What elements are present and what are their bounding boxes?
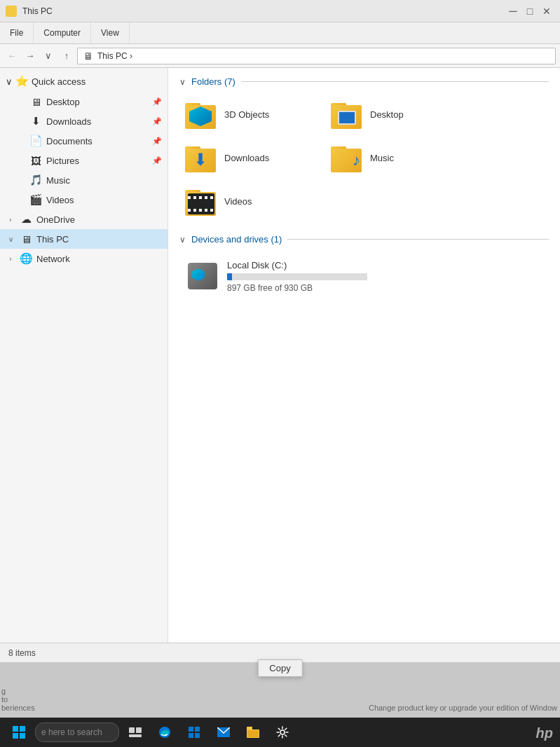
folder-videos-label: Videos [224, 196, 252, 207]
drive-name: Local Disk (C:) [227, 260, 367, 270]
music-icon: 🎵 [29, 174, 42, 186]
sidebar-downloads-label: Downloads [46, 116, 148, 127]
desktop-overlay-icon [338, 111, 356, 125]
downloads-sidebar-icon: ⬇ [29, 115, 42, 128]
drive-bar-fill [227, 273, 232, 280]
tab-file[interactable]: File [0, 22, 34, 43]
mail-button[interactable] [210, 720, 237, 744]
svg-rect-15 [247, 730, 259, 737]
folder-body [331, 105, 362, 129]
tab-computer[interactable]: Computer [34, 22, 91, 43]
main-layout: ∨ ⭐ Quick access 🖥 Desktop 📌 ⬇ Downloads… [0, 68, 560, 643]
drive-bar-container [227, 273, 367, 280]
task-view-button[interactable] [122, 720, 149, 744]
sidebar-pictures-label: Pictures [46, 156, 148, 166]
sidebar-item-thispc[interactable]: ∨ 🖥 This PC [0, 229, 168, 249]
folder-item-desktop[interactable]: Desktop [325, 95, 465, 133]
video-overlay-icon [188, 193, 214, 214]
folder-downloads-icon: ⬇ [185, 143, 219, 172]
address-path-icon: 🖥 [83, 50, 93, 62]
folder-videos-icon [185, 186, 219, 216]
svg-rect-4 [129, 727, 135, 733]
sidebar-item-network[interactable]: › 🌐 Network [0, 249, 168, 268]
sidebar-item-videos[interactable]: 🎬 Videos [0, 190, 168, 210]
svg-rect-3 [20, 733, 25, 739]
folders-section-header: ∨ Folders (7) [179, 76, 549, 87]
svg-rect-2 [13, 733, 18, 739]
pin-icon: 📌 [152, 97, 162, 107]
taskbar-search[interactable]: e here to search [35, 722, 119, 742]
edge-button[interactable] [151, 720, 178, 744]
sidebar-music-label: Music [46, 175, 162, 186]
expand-chevron-icon: › [6, 255, 15, 263]
network-icon: 🌐 [20, 252, 32, 265]
folder-desktop-label: Desktop [370, 109, 404, 120]
hp-logo: hp [536, 725, 553, 741]
address-path[interactable]: 🖥 This PC › [77, 48, 556, 64]
music-overlay-icon: ♪ [353, 151, 360, 170]
settings-taskbar-button[interactable] [269, 720, 296, 744]
drives-section-header: ∨ Devices and drives (1) [179, 234, 549, 245]
address-path-text: This PC › [97, 51, 132, 61]
sidebar-item-music[interactable]: 🎵 Music [0, 170, 168, 190]
start-button[interactable] [6, 720, 32, 744]
folders-section-line [241, 81, 549, 82]
hdd-body [188, 263, 217, 289]
folder-body: ⬇ [185, 149, 216, 172]
bottom-left-text: g to beriences [1, 687, 35, 712]
maximize-button[interactable]: □ [522, 4, 538, 19]
svg-rect-9 [195, 727, 200, 732]
ribbon-tabs: File Computer View [0, 22, 560, 43]
folder-music-label: Music [370, 153, 394, 163]
forward-button[interactable]: → [22, 48, 38, 64]
drive-space: 897 GB free of 930 GB [227, 283, 367, 293]
activate-watermark: Change product key or upgrade your editi… [369, 704, 560, 712]
sidebar-item-desktop[interactable]: 🖥 Desktop 📌 [0, 92, 168, 111]
drive-item-c[interactable]: Local Disk (C:) 897 GB free of 930 GB [179, 253, 376, 299]
sidebar-item-documents[interactable]: 📄 Documents 📌 [0, 131, 168, 151]
title-bar: This PC ─ □ ✕ [0, 0, 560, 22]
file-explorer-taskbar-button[interactable] [240, 720, 266, 744]
item-count: 8 items [8, 648, 36, 658]
folder-item-music[interactable]: ♪ Music [325, 139, 465, 177]
content-area: ∨ Folders (7) 3D Objects [168, 68, 560, 643]
sidebar-item-pictures[interactable]: 🖼 Pictures 📌 [0, 151, 168, 170]
recent-button[interactable]: ∨ [41, 48, 56, 64]
sidebar-videos-label: Videos [46, 195, 162, 205]
bottom-text-to: to [1, 695, 35, 704]
documents-icon: 📄 [29, 135, 42, 147]
3d-overlay-icon [189, 107, 212, 126]
pin-icon: 📌 [152, 156, 162, 165]
folder-item-3d-objects[interactable]: 3D Objects [179, 95, 320, 133]
folder-body: ♪ [331, 149, 362, 172]
download-overlay-icon: ⬇ [191, 150, 210, 170]
folder-3d-label: 3D Objects [224, 109, 269, 120]
sidebar-desktop-label: Desktop [46, 97, 148, 107]
bottom-text-g: g [1, 687, 35, 695]
svg-rect-11 [195, 733, 200, 738]
drives-section-line [287, 239, 549, 240]
folder-desktop-icon [331, 100, 364, 129]
tab-view[interactable]: View [91, 22, 130, 43]
copy-tooltip: Copy [257, 659, 302, 677]
videos-icon: 🎬 [29, 193, 42, 206]
watermark-text: Change product key or upgrade your editi… [369, 704, 557, 712]
title-bar-icons [6, 6, 17, 17]
expand-chevron-icon: › [6, 216, 15, 224]
back-button[interactable]: ← [4, 48, 20, 64]
folders-section-title: Folders (7) [191, 76, 235, 87]
svg-rect-14 [247, 727, 252, 730]
folder-3d-icon [185, 100, 219, 129]
folder-grid: 3D Objects Desktop ⬇ [179, 95, 549, 220]
sidebar-item-downloads[interactable]: ⬇ Downloads 📌 [0, 111, 168, 131]
sidebar-item-onedrive[interactable]: › ☁ OneDrive [0, 210, 168, 229]
store-button[interactable] [181, 720, 207, 744]
minimize-button[interactable]: ─ [505, 4, 521, 19]
sidebar-item-quick-access[interactable]: ∨ ⭐ Quick access [0, 71, 168, 92]
svg-rect-10 [189, 733, 193, 738]
expand-chevron-icon: ∨ [6, 235, 15, 243]
up-button[interactable]: ↑ [59, 48, 74, 64]
close-button[interactable]: ✕ [539, 4, 554, 19]
folder-item-videos[interactable]: Videos [179, 182, 320, 220]
folder-item-downloads[interactable]: ⬇ Downloads [179, 139, 320, 177]
